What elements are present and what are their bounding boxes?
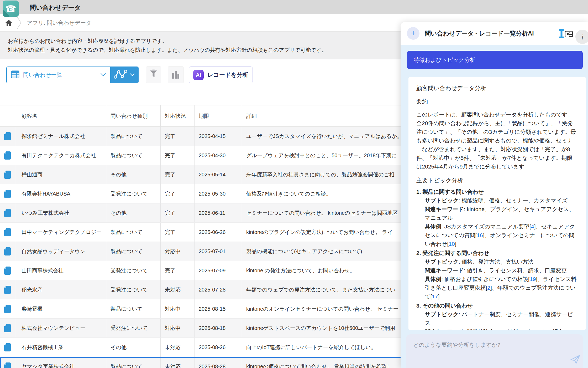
record-icon[interactable] [4, 228, 11, 236]
record-icon[interactable] [4, 132, 11, 140]
record-icon[interactable] [4, 362, 11, 368]
view-selector[interactable]: 問い合わせ一覧 [6, 67, 139, 83]
status-cell: 未対応 [160, 338, 194, 357]
record-icon[interactable] [4, 267, 11, 275]
record-link-cell[interactable] [0, 357, 15, 368]
home-icon[interactable] [5, 19, 13, 27]
customer-name-cell: 柴崎電機 [15, 299, 106, 318]
popout-icon[interactable] [564, 29, 574, 39]
report-title: 顧客問い合わせデータ分析 [416, 84, 578, 93]
record-link-cell[interactable] [0, 127, 15, 146]
record-icon[interactable] [4, 171, 11, 179]
user-message-bubble: 特徴およびトピック分析 [407, 51, 583, 69]
analysis-input[interactable]: どのような要約や分析をしますか? [406, 334, 583, 368]
citation-link[interactable]: 16 [477, 232, 483, 238]
citation-link[interactable]: 10 [449, 241, 455, 247]
app-title: 問い合わせデータ [30, 3, 81, 12]
record-icon[interactable] [4, 190, 11, 198]
status-cell: 完了 [160, 146, 194, 165]
inquiry-type-cell: 受発注について [106, 261, 160, 280]
filter-button[interactable] [146, 67, 161, 83]
topic-subtopics: サブトピック: 機能説明、価格、セミナー、カスタマイズ [425, 196, 578, 205]
status-cell: 未対応 [160, 280, 194, 299]
citation-link[interactable]: 2 [487, 285, 490, 291]
record-icon[interactable] [4, 286, 11, 294]
record-link-cell[interactable] [0, 146, 15, 165]
topic-title: 1. 製品に関する問い合わせ [416, 187, 578, 196]
info-glyph: i [581, 32, 584, 41]
line-graph-icon [114, 69, 127, 81]
due-date-cell: 2025-07-01 [194, 242, 242, 261]
column-header-type: 問い合わせ種別 [106, 105, 160, 126]
customer-name-cell: 樺山通商 [15, 165, 106, 184]
due-date-cell: 2025-04-15 [194, 127, 242, 146]
due-date-cell: 2025-05-30 [194, 184, 242, 203]
citation-link[interactable]: 19 [530, 276, 536, 282]
record-link-cell[interactable] [0, 299, 15, 318]
due-date-cell: 2025-08-28 [194, 357, 242, 368]
customer-name-cell: 自然食品ウッディータウン [15, 242, 106, 261]
breadcrumb-separator-icon [16, 17, 23, 30]
record-icon[interactable] [4, 247, 11, 255]
status-cell: 完了 [160, 165, 194, 184]
topic-title: 3. その他の問い合わせ [416, 301, 578, 310]
chevron-down-icon [130, 73, 135, 77]
record-link-cell[interactable] [0, 242, 15, 261]
topic-block: 3. その他の問い合わせサブトピック: パートナー制度、セミナー開催、連携サービ… [416, 301, 578, 330]
customer-name-cell: ヤマシタ実業株式会社 [15, 357, 106, 368]
bar-chart-icon [172, 70, 180, 80]
topic-block: 2. 受発注に関する問い合わせサブトピック: 価格、発注方法、支払い方法関連キー… [416, 249, 578, 301]
record-link-cell[interactable] [0, 223, 15, 242]
topic-title: 2. 受発注に関する問い合わせ [416, 249, 578, 257]
record-icon[interactable] [4, 151, 11, 160]
record-link-cell[interactable] [0, 203, 15, 222]
column-header-status: 対応状況 [160, 105, 194, 126]
column-header-due: 期限 [194, 105, 242, 126]
topic-examples: 具体例: 価格および値引きについての相談[19]、ライセンス料引き落とし口座変更… [425, 275, 578, 301]
info-icon[interactable]: i [575, 30, 588, 44]
citation-link[interactable]: 4 [531, 223, 534, 229]
inquiry-type-cell: 製品について [106, 223, 160, 242]
record-icon[interactable] [4, 305, 11, 313]
send-icon[interactable] [570, 354, 581, 365]
inquiry-type-cell: 製品について [106, 357, 160, 368]
customer-name-cell: 株式会社マウンテンビュー [15, 319, 106, 338]
table-grid-icon [11, 70, 19, 79]
status-cell: 完了 [160, 223, 194, 242]
breadcrumb[interactable]: アプリ: 問い合わせデータ [27, 19, 92, 27]
record-link-cell[interactable] [0, 165, 15, 184]
customer-name-cell: 山田商事株式会社 [15, 261, 106, 280]
due-date-cell: 2025-06-26 [194, 223, 242, 242]
status-cell: 完了 [160, 127, 194, 146]
topic-list: 1. 製品に関する問い合わせサブトピック: 機能説明、価格、セミナー、カスタマイ… [416, 187, 578, 330]
view-selector-current[interactable]: 問い合わせ一覧 [7, 67, 110, 83]
due-date-cell: 2025-08-18 [194, 319, 242, 338]
chart-button[interactable] [168, 67, 183, 83]
record-link-cell[interactable] [0, 280, 15, 299]
citation-link[interactable]: 17 [432, 293, 438, 299]
chat-area: 特徴およびトピック分析 顧客問い合わせデータ分析 要約 このレポートは、顧客問い… [401, 45, 588, 368]
record-icon[interactable] [4, 209, 11, 217]
record-link-cell[interactable] [0, 261, 15, 280]
status-cell: 完了 [160, 203, 194, 222]
topic-body: サブトピック: パートナー制度、セミナー開催、連携サービス関連キーワード: 製品… [425, 310, 578, 330]
record-link-cell[interactable] [0, 319, 15, 338]
app-icon: ☎ [3, 1, 19, 17]
view-graph-button[interactable] [110, 67, 138, 83]
record-icon[interactable] [4, 343, 11, 351]
kintone-app-screen: 問い合わせデータ ☎ アプリ: 問い合わせデータ i お客様からのお問い合わせ内… [0, 0, 588, 368]
record-icon[interactable] [4, 324, 11, 332]
status-cell: 完了 [160, 184, 194, 203]
analyze-records-button[interactable]: AI レコードを分析 [189, 67, 253, 83]
record-link-cell[interactable] [0, 184, 15, 203]
record-link-cell[interactable] [0, 338, 15, 357]
new-chat-button[interactable]: + [407, 27, 419, 40]
analyze-records-label: レコードを分析 [207, 71, 248, 79]
view-name: 問い合わせ一覧 [23, 71, 62, 79]
due-date-cell: 2025-07-09 [194, 261, 242, 280]
ai-badge-icon: AI [193, 70, 204, 80]
customer-name-cell: 有田テクニクテクニカ株式会社 [15, 146, 106, 165]
analysis-report-card: 顧客問い合わせデータ分析 要約 このレポートは、顧客問い合わせデータを分析したも… [408, 77, 586, 330]
inquiry-type-cell: 製品について [106, 242, 160, 261]
topic-keywords: 関連キーワード: kintone、プラグイン、セキュアアクセス、マニュアル [425, 205, 578, 222]
